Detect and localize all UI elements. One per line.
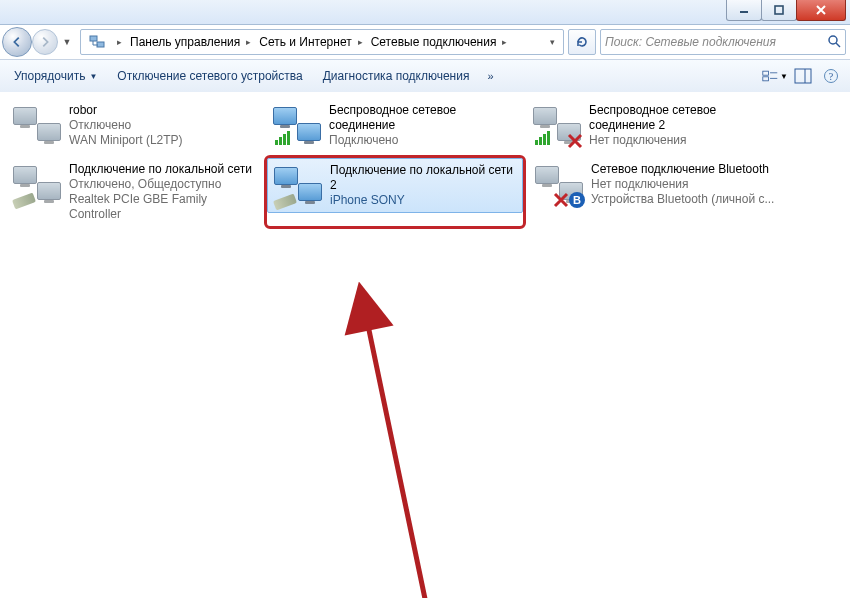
chevron-down-icon: ▼	[780, 72, 788, 81]
bluetooth-badge-icon: B	[569, 192, 585, 208]
svg-rect-4	[763, 71, 769, 75]
minimize-button[interactable]	[726, 0, 762, 21]
organize-menu[interactable]: Упорядочить ▼	[6, 65, 105, 87]
item-device: Устройства Bluetooth (личной с...	[591, 192, 774, 207]
item-device: WAN Miniport (L2TP)	[69, 133, 183, 148]
item-status: Подключено	[329, 133, 515, 148]
item-status: Нет подключения	[591, 177, 774, 192]
nav-history-dropdown[interactable]: ▼	[58, 37, 76, 47]
item-name: Подключение по локальной сети	[69, 162, 255, 177]
svg-rect-6	[795, 69, 811, 83]
wireless-icon	[273, 103, 321, 147]
svg-rect-2	[97, 42, 104, 47]
breadcrumb-network-internet[interactable]: Сеть и Интернет▸	[255, 31, 366, 53]
svg-rect-0	[775, 6, 783, 14]
disconnected-x-icon	[553, 192, 569, 208]
nav-forward-button[interactable]	[32, 29, 58, 55]
preview-pane-button[interactable]	[790, 64, 816, 88]
wireless-icon	[533, 103, 581, 147]
svg-line-9	[364, 306, 434, 598]
view-options-button[interactable]: ▼	[762, 64, 788, 88]
item-device: Realtek PCIe GBE Family Controller	[69, 192, 255, 222]
item-name: Беспроводное сетевое соединение	[329, 103, 515, 133]
item-status: Нет подключения	[589, 133, 775, 148]
item-status: Отключено, Общедоступно	[69, 177, 255, 192]
content-area: robor Отключено WAN Miniport (L2TP) Бесп…	[0, 92, 850, 598]
item-status: Отключено	[69, 118, 183, 133]
search-placeholder: Поиск: Сетевые подключения	[605, 35, 776, 49]
breadcrumb-root[interactable]: ▸	[107, 31, 126, 53]
connection-item-robor[interactable]: robor Отключено WAN Miniport (L2TP)	[6, 98, 262, 153]
refresh-button[interactable]	[568, 29, 596, 55]
svg-point-3	[829, 36, 837, 44]
svg-rect-1	[90, 36, 97, 41]
chevron-right-icon: ▸	[502, 37, 507, 47]
connection-item-lan-2[interactable]: Подключение по локальной сети 2 iPhone S…	[267, 158, 523, 213]
overflow-chevron-icon[interactable]: »	[481, 70, 499, 82]
connection-item-wireless-2[interactable]: Беспроводное сетевое соединение 2 Нет по…	[526, 98, 782, 153]
network-icon	[13, 103, 61, 147]
connection-item-bluetooth[interactable]: B Сетевое подключение Bluetooth Нет подк…	[528, 157, 784, 227]
disconnected-x-icon	[567, 133, 583, 149]
lan-icon	[274, 163, 322, 207]
item-name: Сетевое подключение Bluetooth	[591, 162, 774, 177]
address-bar[interactable]: ▸ Панель управления▸ Сеть и Интернет▸ Се…	[80, 29, 564, 55]
breadcrumb-network-connections[interactable]: Сетевые подключения▸	[367, 31, 512, 53]
disable-device-button[interactable]: Отключение сетевого устройства	[109, 65, 310, 87]
chevron-right-icon: ▸	[358, 37, 363, 47]
item-name: Беспроводное сетевое соединение 2	[589, 103, 775, 133]
svg-text:?: ?	[829, 71, 834, 82]
breadcrumb-control-panel[interactable]: Панель управления▸	[126, 31, 255, 53]
network-location-icon	[87, 32, 107, 52]
svg-rect-5	[763, 77, 769, 81]
diagnose-button[interactable]: Диагностика подключения	[315, 65, 478, 87]
explorer-window: ▼ ▸ Панель управления▸ Сеть и Интернет▸ …	[0, 0, 850, 598]
title-bar	[0, 0, 850, 25]
chevron-right-icon: ▸	[246, 37, 251, 47]
highlight-annotation: Подключение по локальной сети 2 iPhone S…	[264, 155, 526, 229]
command-bar: Упорядочить ▼ Отключение сетевого устрой…	[0, 60, 850, 93]
arrow-annotation	[342, 282, 462, 598]
lan-icon	[13, 162, 61, 206]
connection-item-lan-1[interactable]: Подключение по локальной сети Отключено,…	[6, 157, 262, 227]
item-device: iPhone SONY	[330, 193, 516, 208]
maximize-button[interactable]	[761, 0, 797, 21]
item-name: robor	[69, 103, 183, 118]
search-input[interactable]: Поиск: Сетевые подключения	[600, 29, 846, 55]
chevron-down-icon: ▼	[89, 72, 97, 81]
close-button[interactable]	[796, 0, 846, 21]
nav-back-button[interactable]	[2, 27, 32, 57]
connection-item-wireless-1[interactable]: Беспроводное сетевое соединение Подключе…	[266, 98, 522, 153]
help-button[interactable]: ?	[818, 64, 844, 88]
address-dropdown[interactable]: ▾	[543, 37, 561, 47]
chevron-right-icon: ▸	[117, 37, 122, 47]
item-name: Подключение по локальной сети 2	[330, 163, 516, 193]
bluetooth-network-icon: B	[535, 162, 583, 206]
address-row: ▼ ▸ Панель управления▸ Сеть и Интернет▸ …	[0, 25, 850, 60]
search-icon	[827, 34, 841, 51]
